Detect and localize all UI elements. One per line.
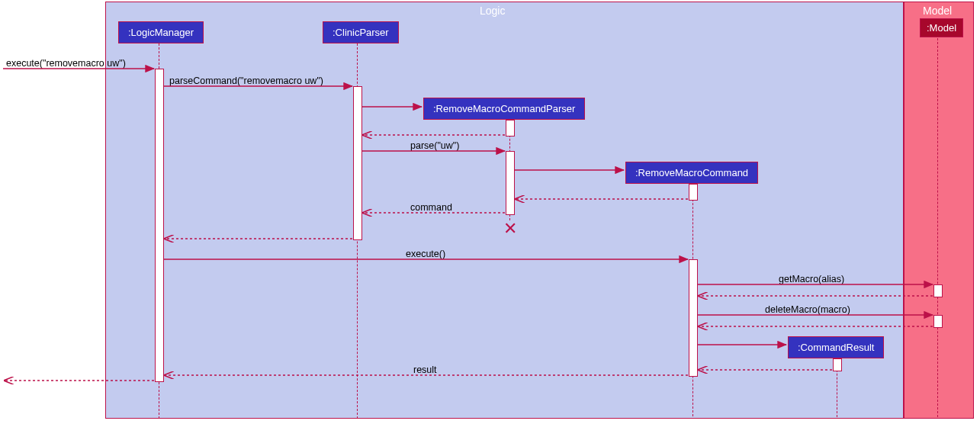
msg-parse-uw: parse("uw") [410, 140, 459, 151]
activation-model-2 [933, 315, 943, 328]
participant-remove-macro-command-label: :RemoveMacroCommand [635, 167, 748, 178]
participant-remove-macro-parser-label: :RemoveMacroCommandParser [433, 103, 575, 114]
participant-logic-manager: :LogicManager [118, 21, 204, 43]
activation-command-result [833, 358, 842, 371]
activation-remove-macro-command-1 [689, 184, 698, 201]
activation-remove-macro-parser-2 [506, 151, 515, 215]
msg-command: command [410, 202, 452, 213]
activation-model-1 [933, 284, 943, 297]
msg-get-macro: getMacro(alias) [779, 274, 844, 284]
activation-logic-manager [155, 69, 164, 382]
participant-model-label: :Model [927, 22, 956, 34]
model-box-title: Model [923, 5, 952, 17]
participant-model: :Model [920, 18, 963, 37]
participant-clinic-parser: :ClinicParser [323, 21, 399, 43]
model-box: Model [904, 2, 974, 419]
msg-result: result [413, 365, 437, 375]
logic-box-title: Logic [480, 5, 505, 17]
msg-parse-command: parseCommand("removemacro uw") [169, 75, 323, 86]
destroy-cross-icon: ✕ [503, 220, 517, 237]
participant-remove-macro-command: :RemoveMacroCommand [625, 162, 758, 184]
participant-clinic-parser-label: :ClinicParser [333, 27, 389, 38]
lifeline-model [937, 38, 938, 417]
participant-logic-manager-label: :LogicManager [128, 27, 194, 38]
activation-clinic-parser [353, 86, 362, 240]
msg-delete-macro: deleteMacro(macro) [765, 304, 850, 315]
activation-remove-macro-command-2 [689, 259, 698, 377]
activation-remove-macro-parser-1 [506, 120, 515, 137]
msg-execute-call: execute("removemacro uw") [6, 58, 126, 69]
participant-remove-macro-parser: :RemoveMacroCommandParser [423, 98, 585, 120]
participant-command-result: :CommandResult [788, 336, 884, 358]
participant-command-result-label: :CommandResult [798, 342, 874, 353]
msg-execute: execute() [406, 249, 445, 259]
logic-box: Logic [105, 2, 904, 419]
